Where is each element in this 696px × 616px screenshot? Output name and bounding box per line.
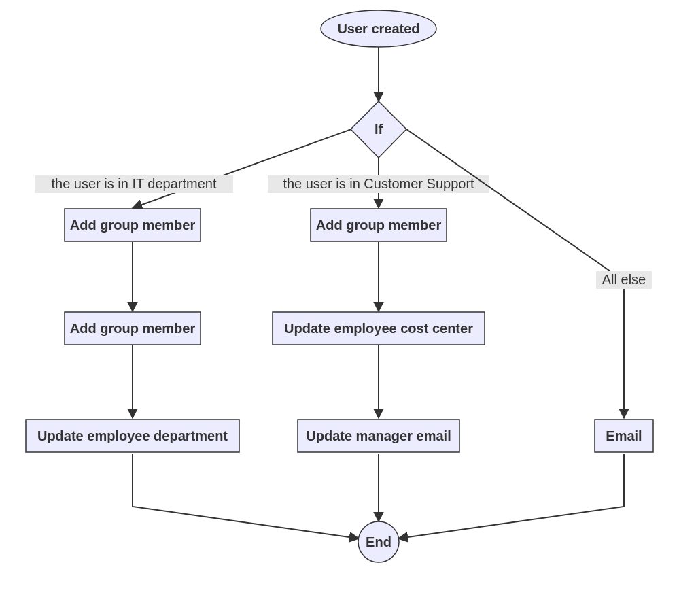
edge-label-branch3: All else: [602, 272, 646, 287]
branch3-step1-node: Email: [595, 420, 653, 452]
edge-label-branch2: the user is in Customer Support: [283, 176, 474, 191]
branch1-step2-node: Add group member: [65, 312, 201, 345]
end-node: End: [358, 521, 399, 562]
branch2-step3-node: Update manager email: [298, 420, 459, 452]
edge-b3s1-end: [398, 454, 624, 538]
decision-node: If: [351, 101, 406, 158]
svg-text:Update employee cost center: Update employee cost center: [284, 321, 473, 336]
flowchart-diagram: the user is in IT department the user is…: [0, 0, 696, 616]
branch2-step2-node: Update employee cost center: [273, 312, 485, 345]
branch1-step1-node: Add group member: [65, 209, 201, 241]
branch1-step3-node: Update employee department: [26, 420, 239, 452]
svg-text:End: End: [366, 534, 392, 549]
svg-text:User created: User created: [337, 21, 419, 36]
start-node: User created: [321, 10, 436, 47]
svg-text:Update manager email: Update manager email: [306, 428, 451, 443]
svg-text:Add group member: Add group member: [316, 218, 442, 233]
branch2-step1-node: Add group member: [311, 209, 447, 241]
svg-text:Add group member: Add group member: [70, 321, 196, 336]
edge-b1s3-end: [133, 454, 359, 538]
svg-text:If: If: [375, 122, 383, 137]
svg-text:Update employee department: Update employee department: [37, 428, 228, 443]
edge-label-branch1: the user is in IT department: [51, 176, 217, 191]
svg-text:Email: Email: [606, 428, 642, 443]
edge-decision-to-branch3: [406, 129, 624, 418]
svg-text:Add group member: Add group member: [70, 218, 196, 233]
edge-decision-to-branch1: [133, 129, 351, 208]
